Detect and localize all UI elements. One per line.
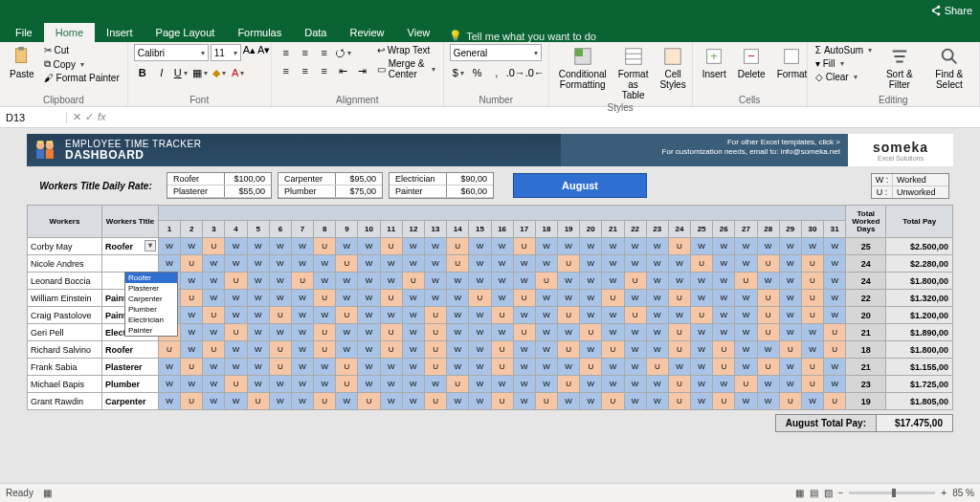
day-cell[interactable]: U [668, 238, 690, 255]
day-cell[interactable]: W [402, 255, 424, 273]
day-cell[interactable]: W [558, 393, 580, 410]
day-cell[interactable]: W [291, 290, 313, 307]
format-as-table-button[interactable]: Format as Table [614, 44, 653, 102]
month-selector[interactable]: August [513, 173, 647, 198]
day-cell[interactable]: U [181, 393, 203, 410]
comma-button[interactable]: , [488, 64, 505, 81]
day-cell[interactable]: W [824, 255, 846, 273]
day-cell[interactable]: U [181, 255, 203, 273]
day-cell[interactable]: W [314, 359, 336, 376]
day-cell[interactable]: W [402, 324, 424, 341]
day-cell[interactable]: W [646, 324, 668, 341]
day-cell[interactable]: W [691, 273, 713, 290]
day-cell[interactable]: W [602, 359, 624, 376]
day-cell[interactable]: U [558, 341, 580, 359]
day-cell[interactable]: W [225, 290, 247, 307]
day-cell[interactable]: U [558, 376, 580, 393]
day-cell[interactable]: W [291, 359, 313, 376]
day-cell[interactable]: W [624, 393, 646, 410]
day-cell[interactable]: W [203, 324, 225, 341]
day-cell[interactable]: W [779, 290, 801, 307]
day-cell[interactable]: W [181, 307, 203, 324]
day-cell[interactable]: W [424, 273, 446, 290]
day-cell[interactable]: W [469, 255, 491, 273]
day-cell[interactable]: W [203, 290, 225, 307]
day-cell[interactable]: U [491, 341, 513, 359]
day-cell[interactable]: W [824, 273, 846, 290]
cell-styles-button[interactable]: Cell Styles [656, 44, 689, 92]
copy-button[interactable]: ⧉Copy▾ [42, 57, 122, 71]
day-cell[interactable]: W [181, 238, 203, 255]
day-cell[interactable]: U [757, 359, 779, 376]
day-cell[interactable]: W [535, 255, 557, 273]
day-cell[interactable]: U [668, 324, 690, 341]
increase-indent-button[interactable]: ⇥ [354, 62, 371, 79]
day-cell[interactable]: W [491, 273, 513, 290]
day-cell[interactable]: W [513, 341, 535, 359]
day-cell[interactable]: W [247, 238, 269, 255]
day-cell[interactable]: W [447, 290, 469, 307]
day-cell[interactable]: W [801, 238, 823, 255]
day-cell[interactable]: U [491, 359, 513, 376]
day-cell[interactable]: U [757, 324, 779, 341]
day-cell[interactable]: U [691, 307, 713, 324]
day-cell[interactable]: W [558, 273, 580, 290]
day-cell[interactable]: W [380, 376, 402, 393]
worker-title-cell[interactable] [101, 255, 158, 273]
day-cell[interactable]: W [291, 393, 313, 410]
day-cell[interactable]: U [580, 324, 602, 341]
day-cell[interactable]: W [735, 307, 757, 324]
fx-icon[interactable]: fx [98, 111, 106, 123]
day-cell[interactable]: W [580, 255, 602, 273]
day-cell[interactable]: W [424, 290, 446, 307]
share-button[interactable]: Share [929, 5, 972, 16]
align-middle-button[interactable]: ≡ [297, 44, 314, 61]
day-cell[interactable]: W [580, 393, 602, 410]
day-cell[interactable]: W [447, 341, 469, 359]
day-cell[interactable]: W [181, 324, 203, 341]
worksheet-area[interactable]: EMPLOYEE TIME TRACKER DASHBOARD For othe… [0, 128, 980, 483]
day-cell[interactable]: U [602, 341, 624, 359]
day-cell[interactable]: U [336, 376, 358, 393]
dropdown-option[interactable]: Plumber [125, 304, 177, 315]
day-cell[interactable]: W [225, 393, 247, 410]
day-cell[interactable]: W [513, 255, 535, 273]
day-cell[interactable]: W [713, 376, 735, 393]
day-cell[interactable]: U [203, 307, 225, 324]
day-cell[interactable]: U [713, 359, 735, 376]
increase-font-button[interactable]: A▴ [243, 44, 256, 61]
day-cell[interactable]: W [580, 376, 602, 393]
day-cell[interactable]: U [203, 238, 225, 255]
day-cell[interactable]: W [247, 341, 269, 359]
day-cell[interactable]: W [757, 376, 779, 393]
day-cell[interactable]: U [269, 341, 291, 359]
day-cell[interactable]: W [580, 290, 602, 307]
normal-view-button[interactable]: ▦ [795, 488, 804, 498]
day-cell[interactable]: W [646, 273, 668, 290]
day-cell[interactable]: W [735, 341, 757, 359]
day-cell[interactable]: W [269, 290, 291, 307]
dropdown-option[interactable]: Plasterer [125, 283, 177, 294]
day-cell[interactable]: U [380, 238, 402, 255]
percent-button[interactable]: % [469, 64, 486, 81]
dropdown-option[interactable]: Roofer [125, 273, 177, 283]
day-cell[interactable]: W [358, 324, 380, 341]
day-cell[interactable]: U [336, 255, 358, 273]
day-cell[interactable]: W [225, 255, 247, 273]
day-cell[interactable]: W [380, 273, 402, 290]
day-cell[interactable]: U [691, 255, 713, 273]
day-cell[interactable]: U [513, 238, 535, 255]
day-cell[interactable]: W [668, 255, 690, 273]
underline-button[interactable]: U▾ [172, 64, 189, 81]
day-cell[interactable]: U [380, 290, 402, 307]
conditional-formatting-button[interactable]: Conditional Formatting [555, 44, 611, 92]
day-cell[interactable]: W [779, 307, 801, 324]
day-cell[interactable]: W [779, 238, 801, 255]
format-cells-button[interactable]: Format [773, 44, 812, 81]
day-cell[interactable]: W [358, 273, 380, 290]
enter-icon[interactable]: ✓ [85, 111, 94, 123]
align-center-button[interactable]: ≡ [297, 62, 314, 79]
day-cell[interactable]: W [424, 376, 446, 393]
day-cell[interactable]: U [824, 341, 846, 359]
day-cell[interactable]: U [336, 359, 358, 376]
